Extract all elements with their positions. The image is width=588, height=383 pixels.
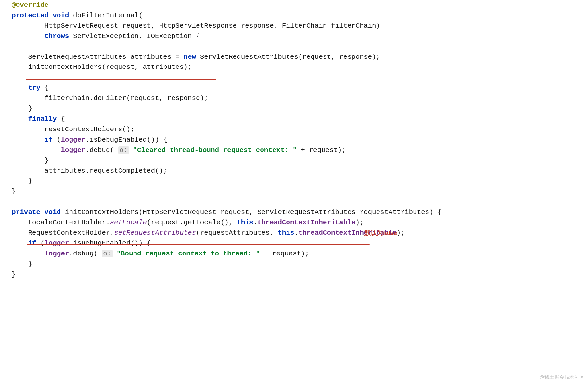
kw-if: if [28, 240, 36, 247]
param-hint: o: [102, 250, 112, 257]
code-indent [12, 84, 28, 92]
kw-finally: finally [28, 115, 57, 123]
code-text: . [294, 229, 299, 237]
code-indent [12, 32, 45, 40]
code-text: ServletRequestAttributes attributes = [12, 53, 184, 61]
kw-throws: throws [45, 32, 69, 40]
string-literal: "Bound request context to thread: " [117, 250, 260, 257]
code-indent [12, 146, 61, 154]
kw-protected: protected [12, 12, 48, 19]
code-indent [12, 115, 28, 123]
code-text: ( [53, 136, 61, 143]
code-text: ); [356, 219, 364, 226]
code-text: .debug( [69, 250, 102, 257]
code-text [129, 146, 133, 154]
param-hint: o: [118, 146, 129, 154]
kw-if: if [45, 136, 53, 143]
method-setrequestattributes: setRequestAttributes [114, 229, 196, 237]
code-text: ); [397, 229, 405, 237]
watermark: @稀土掘金技术社区 [539, 374, 585, 381]
method-setlocale: setLocale [110, 219, 147, 226]
code-line: } [12, 105, 32, 112]
kw-try: try [28, 84, 40, 92]
annotation-override: @Override [12, 1, 48, 9]
code-text: + request); [297, 146, 346, 154]
code-line: } [12, 271, 16, 278]
kw-this: this [278, 229, 294, 237]
field-logger: logger [45, 250, 69, 257]
code-text: . [253, 219, 258, 226]
field-threadcontextinheritable: threadContextInheritable [257, 219, 355, 226]
code-indent [12, 240, 28, 247]
code-text: .debug( [85, 146, 118, 154]
annotation-note: 默认为false [364, 229, 397, 238]
kw-void: void [45, 208, 61, 216]
field-logger: logger [61, 136, 85, 143]
field-logger: logger [61, 146, 85, 154]
code-line: attributes.requestCompleted(); [12, 167, 167, 175]
code-text: ( [36, 240, 45, 247]
code-block: @Override protected void doFilterInterna… [0, 0, 588, 279]
kw-this: this [237, 219, 253, 226]
highlight-underline-2 [27, 244, 370, 245]
code-text: ServletRequestAttributes(request, respon… [196, 53, 380, 61]
code-indent [12, 250, 45, 257]
code-line: } [12, 157, 48, 164]
code-text: RequestContextHolder. [12, 229, 114, 237]
code-line: initContextHolders(request, attributes); [12, 63, 192, 71]
kw-new: new [184, 53, 196, 61]
code-text: (request.getLocale(), [147, 219, 237, 226]
code-text: ServletException, IOException { [69, 32, 200, 40]
code-text: LocaleContextHolder. [12, 219, 110, 226]
code-text [113, 250, 117, 257]
code-text: { [57, 115, 65, 123]
code-line: HttpServletRequest request, HttpServletR… [12, 22, 380, 30]
code-indent [12, 136, 45, 143]
code-line: filterChain.doFilter(request, response); [12, 94, 208, 102]
code-line: } [12, 177, 32, 185]
code-text: + request); [260, 250, 309, 257]
kw-void: void [53, 12, 69, 19]
kw-private: private [12, 208, 40, 216]
code-text: initContextHolders(HttpServletRequest re… [61, 208, 441, 216]
code-line: } [12, 188, 16, 195]
string-literal: "Cleared thread-bound request context: " [133, 146, 297, 154]
code-text: .isDebugEnabled()) { [69, 240, 151, 247]
code-text: .isDebugEnabled()) { [85, 136, 167, 143]
code-text: { [40, 84, 48, 92]
code-line: resetContextHolders(); [12, 126, 134, 133]
code-text: (requestAttributes, [196, 229, 278, 237]
field-logger: logger [45, 240, 69, 247]
code-line: } [12, 260, 32, 268]
highlight-underline-1 [26, 79, 216, 80]
method-name: doFilterInternal( [69, 12, 143, 19]
